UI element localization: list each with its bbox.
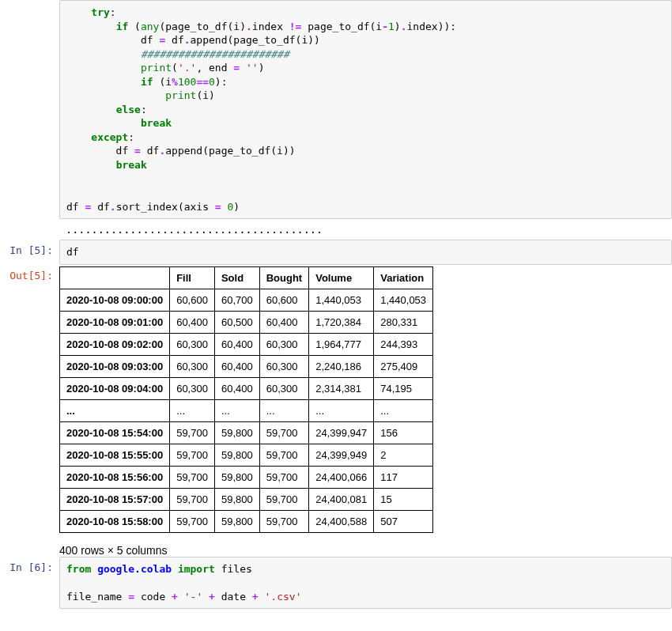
table-cell: ... [259, 399, 308, 421]
table-cell: 507 [374, 510, 433, 532]
row-index: 2020-10-08 09:03:00 [60, 355, 170, 377]
column-header: Sold [214, 266, 259, 289]
input-prompt: In [6]: [0, 557, 59, 610]
table-cell: 59,700 [170, 444, 215, 466]
table-cell: 2 [374, 444, 433, 466]
table-cell: 59,700 [259, 510, 308, 532]
table-cell: 59,800 [214, 444, 259, 466]
code-input-area[interactable]: try: if (any(page_to_df(i).index != page… [59, 0, 672, 219]
table-cell: 280,331 [374, 311, 433, 333]
table-cell: 60,300 [170, 377, 215, 399]
table-cell: 60,400 [214, 355, 259, 377]
table-cell: 117 [374, 466, 433, 488]
code-input-area[interactable]: df [59, 240, 672, 265]
row-index: 2020-10-08 09:04:00 [60, 377, 170, 399]
table-cell: ... [214, 399, 259, 421]
table-row: 2020-10-08 09:02:0060,30060,40060,3001,9… [60, 333, 433, 355]
table-cell: 24,400,066 [309, 466, 374, 488]
table-cell: 60,600 [259, 289, 308, 311]
table-cell: ... [309, 399, 374, 421]
row-index: ... [60, 399, 170, 421]
stdout-output: ........................................ [0, 219, 672, 240]
table-row: 2020-10-08 15:54:0059,70059,80059,70024,… [60, 421, 433, 444]
table-cell: 60,300 [259, 377, 308, 399]
dataframe-caption: 400 rows × 5 columns [59, 533, 672, 557]
input-prompt: In [5]: [0, 240, 59, 265]
table-cell: 59,700 [170, 488, 215, 510]
table-cell: 60,400 [214, 333, 259, 355]
row-index: 2020-10-08 15:57:00 [60, 488, 170, 510]
table-cell: 2,240,186 [309, 355, 374, 377]
table-cell: 59,800 [214, 510, 259, 532]
column-header: Volume [309, 266, 374, 289]
table-row: 2020-10-08 09:01:0060,40060,50060,4001,7… [60, 311, 433, 333]
dataframe-output: FillSoldBoughtVolumeVariation 2020-10-08… [59, 265, 672, 557]
table-cell: 59,700 [170, 466, 215, 488]
table-cell: 1,964,777 [309, 333, 374, 355]
table-cell: 59,700 [170, 510, 215, 532]
table-cell: 244,393 [374, 333, 433, 355]
output-cell: Out[5]: FillSoldBoughtVolumeVariation 20… [0, 265, 672, 557]
table-cell: 156 [374, 421, 433, 444]
output-prompt-empty [0, 219, 59, 240]
table-cell: 60,400 [214, 377, 259, 399]
dataframe-table: FillSoldBoughtVolumeVariation 2020-10-08… [59, 266, 433, 533]
table-row: 2020-10-08 15:57:0059,70059,80059,70024,… [60, 488, 433, 510]
table-cell: ... [374, 399, 433, 421]
table-cell: ... [170, 399, 215, 421]
stdout-text: ........................................ [59, 219, 672, 240]
output-prompt: Out[5]: [0, 265, 59, 557]
table-cell: 59,800 [214, 488, 259, 510]
table-row: 2020-10-08 09:00:0060,60060,70060,6001,4… [60, 289, 433, 311]
table-row: 2020-10-08 09:03:0060,30060,40060,3002,2… [60, 355, 433, 377]
table-cell: 60,300 [259, 333, 308, 355]
table-cell: 24,399,947 [309, 421, 374, 444]
row-index: 2020-10-08 09:02:00 [60, 333, 170, 355]
table-cell: 74,195 [374, 377, 433, 399]
table-cell: 59,700 [259, 444, 308, 466]
column-header: Variation [374, 266, 433, 289]
table-header-row: FillSoldBoughtVolumeVariation [60, 266, 433, 289]
table-cell: 1,720,384 [309, 311, 374, 333]
row-index: 2020-10-08 15:54:00 [60, 421, 170, 444]
table-cell: 60,700 [214, 289, 259, 311]
table-row: 2020-10-08 15:58:0059,70059,80059,70024,… [60, 510, 433, 532]
table-cell: 60,300 [170, 355, 215, 377]
table-row: .................. [60, 399, 433, 421]
row-index: 2020-10-08 15:56:00 [60, 466, 170, 488]
table-cell: 24,400,588 [309, 510, 374, 532]
table-cell: 275,409 [374, 355, 433, 377]
table-cell: 59,700 [170, 421, 215, 444]
table-cell: 59,700 [259, 466, 308, 488]
column-header: Bought [259, 266, 308, 289]
table-cell: 24,400,081 [309, 488, 374, 510]
code-input-area[interactable]: from google.colab import files file_name… [59, 557, 672, 610]
table-cell: 59,800 [214, 421, 259, 444]
row-index: 2020-10-08 09:01:00 [60, 311, 170, 333]
table-cell: 60,500 [214, 311, 259, 333]
table-cell: 60,400 [259, 311, 308, 333]
column-header: Fill [170, 266, 215, 289]
table-cell: 59,800 [214, 466, 259, 488]
code-cell: In [5]: df [0, 240, 672, 265]
input-prompt [0, 0, 59, 219]
row-index: 2020-10-08 09:00:00 [60, 289, 170, 311]
table-row: 2020-10-08 15:55:0059,70059,80059,70024,… [60, 444, 433, 466]
table-cell: 60,400 [170, 311, 215, 333]
table-cell: 59,700 [259, 421, 308, 444]
code-cell: try: if (any(page_to_df(i).index != page… [0, 0, 672, 219]
table-row: 2020-10-08 09:04:0060,30060,40060,3002,3… [60, 377, 433, 399]
table-row: 2020-10-08 15:56:0059,70059,80059,70024,… [60, 466, 433, 488]
table-cell: 60,300 [259, 355, 308, 377]
table-cell: 60,300 [170, 333, 215, 355]
table-cell: 24,399,949 [309, 444, 374, 466]
code-cell: In [6]: from google.colab import files f… [0, 557, 672, 610]
column-header [60, 266, 170, 289]
table-cell: 2,314,381 [309, 377, 374, 399]
table-cell: 59,700 [259, 488, 308, 510]
table-cell: 60,600 [170, 289, 215, 311]
table-cell: 15 [374, 488, 433, 510]
table-cell: 1,440,053 [309, 289, 374, 311]
row-index: 2020-10-08 15:58:00 [60, 510, 170, 532]
table-cell: 1,440,053 [374, 289, 433, 311]
